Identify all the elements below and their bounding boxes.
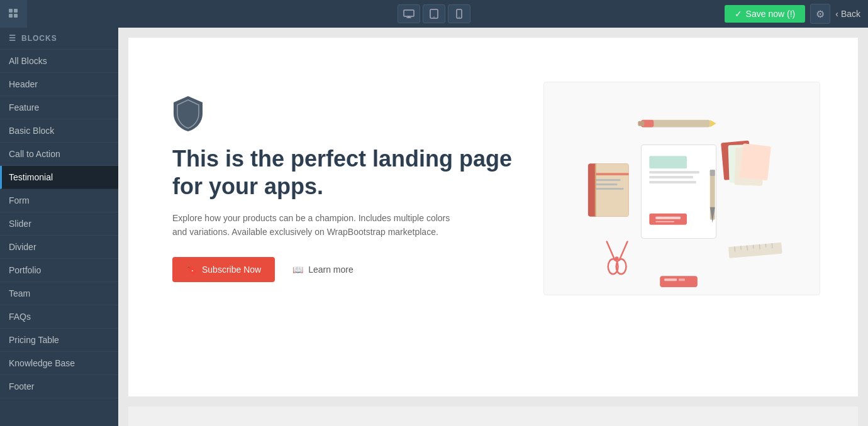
sidebar-item-slider[interactable]: Slider (0, 212, 118, 236)
sidebar: ☰ BLOCKS All Blocks Header Feature Basic… (0, 28, 118, 426)
sidebar-title: ☰ BLOCKS (0, 28, 118, 50)
sidebar-item-feature[interactable]: Feature (0, 96, 118, 119)
sidebar-item-team[interactable]: Team (0, 282, 118, 305)
svg-point-8 (459, 16, 459, 17)
toolbar-left (0, 0, 28, 28)
svg-rect-19 (638, 121, 644, 126)
learn-more-label: Learn more (308, 265, 353, 275)
view-mode-controls (398, 4, 470, 23)
svg-rect-22 (649, 171, 699, 173)
mobile-icon (456, 9, 462, 19)
back-button-label: Back (841, 9, 860, 19)
svg-line-47 (772, 243, 772, 248)
hero-section: This is the perfect landing page for you… (128, 38, 858, 339)
svg-line-41 (735, 246, 735, 251)
tablet-icon (430, 9, 438, 19)
desktop-icon (403, 9, 415, 18)
sidebar-item-all-blocks[interactable]: All Blocks (0, 50, 118, 73)
hero-title: This is the perfect landing page for you… (172, 145, 518, 199)
tablet-view-button[interactable] (423, 4, 445, 23)
toolbar-right: ✓ Save now (!) ⚙ ‹ Back (725, 4, 868, 24)
svg-rect-4 (404, 10, 414, 16)
toolbar: ✓ Save now (!) ⚙ ‹ Back (0, 0, 868, 28)
bottom-section (128, 407, 858, 426)
svg-rect-23 (649, 176, 693, 178)
mobile-view-button[interactable] (448, 4, 470, 23)
desktop-view-button[interactable] (398, 4, 420, 23)
svg-rect-0 (9, 9, 13, 13)
svg-rect-26 (655, 217, 681, 219)
svg-rect-21 (649, 156, 687, 168)
sidebar-item-footer[interactable]: Footer (0, 375, 118, 398)
svg-rect-50 (679, 278, 685, 281)
svg-rect-14 (596, 188, 624, 190)
subscribe-label: Subscribe Now (202, 265, 261, 275)
svg-rect-12 (596, 179, 621, 181)
back-button[interactable]: ‹ Back (835, 9, 860, 19)
svg-line-45 (759, 244, 760, 249)
svg-rect-27 (655, 221, 674, 222)
svg-point-36 (615, 256, 619, 260)
svg-line-44 (754, 245, 754, 249)
sidebar-item-form[interactable]: Form (0, 189, 118, 212)
svg-rect-48 (660, 276, 698, 287)
svg-marker-18 (710, 120, 716, 128)
subscribe-button[interactable]: 🔖 Subscribe Now (172, 257, 275, 282)
svg-rect-31 (740, 143, 771, 180)
sidebar-item-divider[interactable]: Divider (0, 236, 118, 259)
sidebar-title-text: BLOCKS (21, 34, 57, 43)
svg-rect-38 (710, 170, 715, 176)
sidebar-item-portfolio[interactable]: Portfolio (0, 259, 118, 282)
hero-illustration (543, 82, 820, 295)
book-icon: 📖 (292, 265, 303, 275)
svg-rect-3 (14, 14, 18, 18)
learn-more-button[interactable]: 📖 Learn more (282, 257, 364, 282)
settings-button[interactable]: ⚙ (810, 4, 830, 24)
grid-view-button[interactable] (0, 0, 28, 28)
save-button-label: Save now (!) (746, 9, 796, 19)
sidebar-item-call-to-action[interactable]: Call to Action (0, 143, 118, 166)
hero-subtitle: Explore how your products can be a champ… (172, 211, 462, 239)
svg-rect-24 (649, 181, 696, 183)
main-layout: ☰ BLOCKS All Blocks Header Feature Basic… (0, 28, 868, 426)
svg-line-34 (607, 242, 615, 261)
illustration-svg (544, 82, 820, 295)
svg-rect-13 (596, 183, 618, 185)
sidebar-item-knowledge-base[interactable]: Knowledge Base (0, 352, 118, 375)
chevron-left-icon: ‹ (835, 9, 838, 19)
svg-line-35 (620, 242, 628, 261)
hero-left-content: This is the perfect landing page for you… (153, 95, 543, 281)
svg-rect-11 (596, 173, 629, 175)
svg-rect-1 (14, 9, 18, 13)
hero-buttons: 🔖 Subscribe Now 📖 Learn more (172, 257, 518, 282)
sidebar-item-basic-block[interactable]: Basic Block (0, 119, 118, 143)
sidebar-item-header[interactable]: Header (0, 73, 118, 96)
page-canvas: ⚙ This is the perfect landing page for y… (128, 38, 858, 396)
gear-icon: ⚙ (816, 8, 825, 20)
sidebar-item-testimonial[interactable]: Testimonial (0, 166, 118, 189)
svg-line-42 (741, 246, 742, 249)
sidebar-item-faqs[interactable]: FAQs (0, 305, 118, 329)
svg-rect-2 (9, 14, 13, 18)
hamburger-icon: ☰ (9, 34, 16, 43)
checkmark-icon: ✓ (735, 9, 742, 19)
content-area: ⚙ This is the perfect landing page for y… (118, 28, 868, 426)
svg-rect-10 (596, 163, 629, 217)
bookmark-icon: 🔖 (186, 265, 197, 275)
svg-rect-40 (728, 243, 782, 258)
save-button[interactable]: ✓ Save now (!) (725, 5, 806, 23)
hero-shield-logo (172, 95, 204, 133)
svg-line-46 (765, 244, 766, 248)
svg-line-43 (747, 246, 748, 251)
grid-icon (8, 8, 20, 20)
svg-point-6 (433, 16, 435, 18)
svg-rect-49 (664, 278, 677, 281)
sidebar-item-pricing-table[interactable]: Pricing Table (0, 329, 118, 352)
